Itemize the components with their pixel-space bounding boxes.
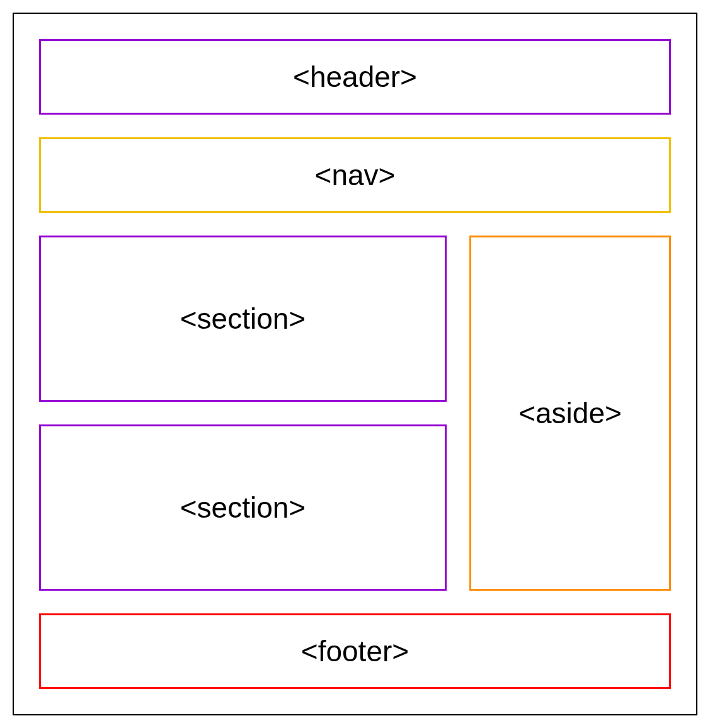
- aside-label: <aside>: [518, 396, 622, 430]
- header-label: <header>: [293, 60, 417, 94]
- footer-region-box: <footer>: [39, 613, 671, 689]
- section-label-2: <section>: [180, 491, 306, 525]
- sections-column: <section> <section>: [39, 236, 447, 591]
- layout-diagram-container: <header> <nav> <section> <section> <asid…: [13, 13, 697, 715]
- nav-region-box: <nav>: [39, 137, 671, 213]
- section-region-box-2: <section>: [39, 424, 447, 591]
- nav-label: <nav>: [315, 158, 396, 192]
- footer-label: <footer>: [301, 634, 409, 668]
- aside-region-box: <aside>: [469, 236, 671, 591]
- section-label-1: <section>: [180, 302, 306, 336]
- middle-row: <section> <section> <aside>: [39, 236, 671, 591]
- section-region-box-1: <section>: [39, 236, 447, 402]
- header-region-box: <header>: [39, 39, 671, 115]
